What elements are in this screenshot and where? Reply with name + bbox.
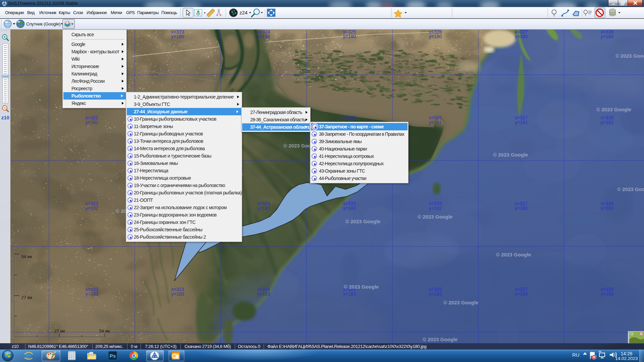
svg-text:© 2023 Google: © 2023 Google (344, 284, 379, 290)
svg-text:z10: z10 (1, 115, 9, 120)
svg-text:27 км: 27 км (54, 329, 65, 334)
svg-text:Спутник (Google): Спутник (Google) (26, 21, 60, 26)
svg-text:© 2023 Google: © 2023 Google (423, 337, 458, 342)
svg-text:y=180: y=180 (257, 34, 270, 39)
svg-text:y=183: y=183 (343, 291, 356, 297)
svg-text:© 2023 Google: © 2023 Google (443, 300, 478, 305)
svg-text:y=182: y=182 (257, 205, 270, 211)
svg-text:© 2023 Google: © 2023 Google (493, 152, 528, 158)
svg-text:© 2023 Google: © 2023 Google (615, 53, 644, 59)
svg-text:© 2023 Google: © 2023 Google (617, 186, 644, 192)
svg-text:y=182: y=182 (86, 205, 99, 211)
svg-text:y=180: y=180 (171, 34, 184, 39)
svg-text:© 2023 Google: © 2023 Google (345, 219, 380, 224)
svg-text:y=183: y=183 (171, 291, 184, 297)
svg-text:y=180: y=180 (601, 34, 614, 39)
svg-text:y=183: y=183 (601, 291, 614, 297)
svg-text:y=181: y=181 (515, 120, 528, 125)
svg-text:y=182: y=182 (429, 205, 442, 211)
svg-text:y=180: y=180 (343, 34, 356, 39)
svg-text:y=183: y=183 (86, 291, 99, 297)
svg-text:y=183: y=183 (257, 291, 270, 297)
svg-text:y=181: y=181 (601, 120, 614, 125)
svg-text:Ps: Ps (110, 353, 116, 359)
svg-text:y=183: y=183 (429, 291, 442, 297)
svg-text:© 2023 Google: © 2023 Google (596, 107, 631, 112)
svg-text:z24: z24 (239, 10, 248, 15)
svg-text:y=182: y=182 (343, 205, 356, 211)
svg-text:y=180: y=180 (515, 34, 528, 39)
svg-text:© 2023 Google: © 2023 Google (496, 252, 531, 257)
svg-text:y=183: y=183 (515, 291, 528, 297)
svg-text:27 км: 27 км (21, 295, 32, 300)
svg-text:y=181: y=181 (86, 120, 99, 125)
svg-text:54 км: 54 км (21, 254, 32, 259)
svg-text:© 2023 Google: © 2023 Google (418, 214, 452, 220)
svg-text:y=180: y=180 (429, 34, 442, 39)
svg-text:y=182: y=182 (601, 205, 614, 211)
svg-text:54 км: 54 км (99, 329, 110, 334)
svg-text:y=182: y=182 (515, 205, 528, 211)
svg-text:y=181: y=181 (429, 120, 442, 125)
